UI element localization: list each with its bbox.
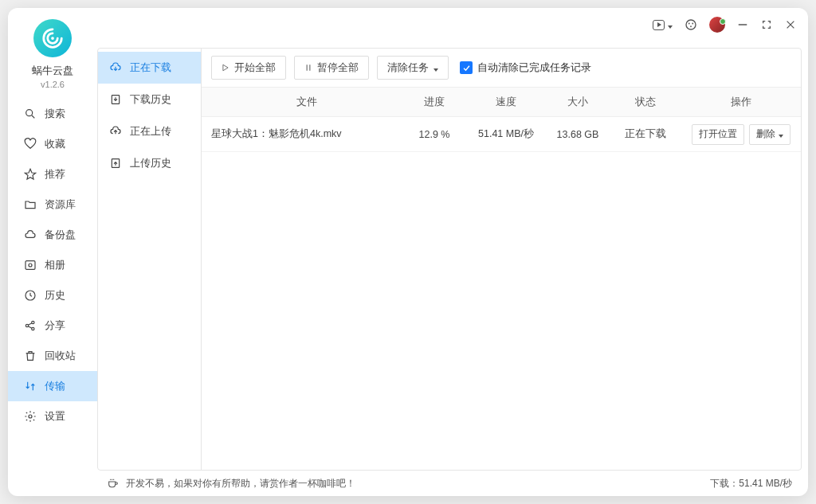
cloud-download-icon <box>109 61 122 74</box>
sidebar-item-label: 相册 <box>45 258 65 272</box>
maximize-button[interactable] <box>760 18 773 31</box>
sidebar-item-label: 分享 <box>45 318 65 333</box>
heart-icon <box>24 138 37 150</box>
sidebar-item-clock[interactable]: 历史 <box>8 280 97 311</box>
sidebar-item-folder[interactable]: 资源库 <box>8 189 97 220</box>
sidebar-item-transfer[interactable]: 传输 <box>8 371 97 401</box>
cell-file: 星球大战1：魅影危机4k.mkv <box>202 127 402 141</box>
open-location-button[interactable]: 打开位置 <box>692 124 744 145</box>
sidebar-item-label: 资源库 <box>45 197 76 212</box>
svg-point-0 <box>686 20 696 29</box>
share-icon <box>24 319 37 332</box>
svg-line-9 <box>32 115 34 118</box>
col-header-actions: 操作 <box>681 95 801 109</box>
tab-label: 正在下载 <box>130 61 171 75</box>
close-button[interactable] <box>784 18 797 31</box>
folder-icon <box>24 198 37 211</box>
svg-point-1 <box>688 23 690 25</box>
clear-tasks-button[interactable]: 清除任务 <box>377 56 449 80</box>
theme-button[interactable] <box>684 18 698 32</box>
cell-progress: 12.9 % <box>402 129 466 140</box>
caret-down-icon <box>668 19 673 31</box>
sidebar-item-search[interactable]: 搜索 <box>8 99 97 129</box>
nav-list: 搜索收藏推荐资源库备份盘相册历史分享回收站传输设置 <box>8 99 97 432</box>
caret-down-icon <box>434 62 438 74</box>
content-main: 正在下载下载历史正在上传上传历史 开始全部 暂停全部 清除任务 <box>97 48 802 471</box>
start-all-label: 开始全部 <box>234 61 276 75</box>
tab-label: 正在上传 <box>130 124 171 139</box>
play-icon <box>222 64 230 72</box>
svg-point-8 <box>26 110 33 116</box>
col-header-status: 状态 <box>610 95 681 109</box>
table-row: 星球大战1：魅影危机4k.mkv12.9 %51.41 MB/秒13.68 GB… <box>202 117 801 152</box>
play-box-icon <box>653 20 665 30</box>
table-header: 文件 进度 速度 大小 状态 操作 <box>202 87 801 117</box>
tab-label: 下载历史 <box>130 92 171 107</box>
download-label: 下载： <box>710 478 739 489</box>
app-version: v1.2.6 <box>41 80 65 89</box>
clear-tasks-label: 清除任务 <box>387 61 429 75</box>
pause-all-button[interactable]: 暂停全部 <box>294 56 369 80</box>
cell-speed: 51.41 MB/秒 <box>466 127 546 141</box>
svg-point-2 <box>692 23 693 25</box>
transfer-panel: 开始全部 暂停全部 清除任务 <box>202 49 801 470</box>
caret-down-icon <box>779 129 783 140</box>
sidebar-item-label: 收藏 <box>45 137 65 151</box>
sidebar-item-share[interactable]: 分享 <box>8 311 97 341</box>
player-dropdown[interactable] <box>653 19 673 31</box>
sidebar-item-label: 备份盘 <box>45 228 76 242</box>
statusbar: 开发不易，如果对你有所帮助，请赏作者一杯咖啡吧！ 下载：51.41 MB/秒 <box>97 471 802 496</box>
star-icon <box>24 168 37 181</box>
photo-icon <box>24 259 37 272</box>
table-body: 星球大战1：魅影危机4k.mkv12.9 %51.41 MB/秒13.68 GB… <box>202 117 801 152</box>
avatar-button[interactable] <box>709 17 725 33</box>
auto-clear-label: 自动清除已完成任务记录 <box>477 61 591 75</box>
content-area: 正在下载下载历史正在上传上传历史 开始全部 暂停全部 清除任务 <box>97 41 808 496</box>
coffee-text[interactable]: 开发不易，如果对你有所帮助，请赏作者一杯咖啡吧！ <box>126 477 355 490</box>
coffee-icon <box>107 477 120 490</box>
tab-cloud-download[interactable]: 正在下载 <box>98 52 201 84</box>
cloud-upload-icon <box>109 125 122 138</box>
sidebar-item-gear[interactable]: 设置 <box>8 401 97 432</box>
sidebar-item-label: 设置 <box>45 409 65 424</box>
upload-history-icon <box>109 157 122 170</box>
transfer-icon <box>24 380 37 393</box>
cell-size: 13.68 GB <box>546 129 610 140</box>
svg-point-7 <box>51 37 54 40</box>
sidebar-item-photo[interactable]: 相册 <box>8 250 97 280</box>
sidebar-item-trash[interactable]: 回收站 <box>8 341 97 371</box>
start-all-button[interactable]: 开始全部 <box>211 56 286 80</box>
tab-cloud-upload[interactable]: 正在上传 <box>98 115 201 147</box>
sidebar-item-star[interactable]: 推荐 <box>8 159 97 189</box>
avatar-icon <box>709 17 725 33</box>
toolbar: 开始全部 暂停全部 清除任务 <box>202 49 801 87</box>
clock-icon <box>24 289 37 302</box>
tab-download-history[interactable]: 下载历史 <box>98 84 201 115</box>
pause-all-label: 暂停全部 <box>317 61 359 75</box>
app-logo <box>33 19 72 57</box>
tab-upload-history[interactable]: 上传历史 <box>98 147 201 179</box>
body-area: 蜗牛云盘 v1.2.6 搜索收藏推荐资源库备份盘相册历史分享回收站传输设置 正在… <box>8 41 808 496</box>
sidebar-item-label: 传输 <box>45 379 65 393</box>
trash-icon <box>24 350 37 362</box>
col-header-size: 大小 <box>546 95 610 109</box>
gear-icon <box>24 410 37 423</box>
titlebar <box>8 8 808 41</box>
app-window: 蜗牛云盘 v1.2.6 搜索收藏推荐资源库备份盘相册历史分享回收站传输设置 正在… <box>8 8 808 496</box>
sidebar-item-label: 搜索 <box>45 107 65 121</box>
sidebar-item-cloud[interactable]: 备份盘 <box>8 220 97 250</box>
col-header-file: 文件 <box>202 95 402 109</box>
auto-clear-checkbox[interactable]: 自动清除已完成任务记录 <box>460 61 591 75</box>
app-name: 蜗牛云盘 <box>32 64 73 78</box>
tab-label: 上传历史 <box>130 156 171 170</box>
svg-point-18 <box>29 415 32 418</box>
search-icon <box>24 107 37 120</box>
sidebar-item-heart[interactable]: 收藏 <box>8 129 97 159</box>
delete-button[interactable]: 删除 <box>749 124 790 145</box>
minimize-button[interactable] <box>736 18 749 31</box>
svg-rect-10 <box>26 261 35 270</box>
cell-actions: 打开位置删除 <box>681 124 801 145</box>
statusbar-download: 下载：51.41 MB/秒 <box>710 477 792 490</box>
col-header-progress: 进度 <box>402 95 466 109</box>
sidebar-item-label: 推荐 <box>45 167 65 182</box>
